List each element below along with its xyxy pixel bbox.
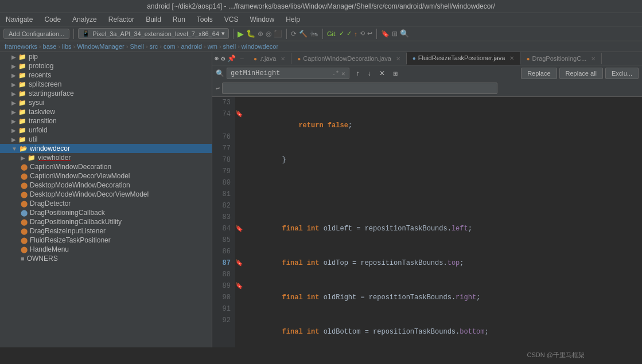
replace-all-button[interactable]: Replace all — [559, 68, 603, 79]
sidebar-item-unfold[interactable]: ▶ 📁 unfold — [0, 126, 212, 135]
breadcrumb-shell[interactable]: Shell — [130, 43, 143, 50]
stop-icon[interactable]: ⬛ — [274, 30, 282, 38]
menu-code[interactable]: Code — [42, 14, 63, 25]
sidebar-item-viewholder[interactable]: ▶ 📁 viewholder — [0, 153, 212, 162]
sidebar-item-captionwindowdecoration[interactable]: ⬤ CaptionWindowDecoration — [0, 162, 212, 171]
breadcrumb-android[interactable]: android — [181, 43, 202, 50]
menu-analyze[interactable]: Analyze — [70, 14, 99, 25]
file-icon: ⬤ — [21, 209, 28, 217]
tab-fluidresizetaskpositioner[interactable]: ● FluidResizeTaskPositioner.java ✕ — [407, 52, 521, 65]
sidebar-item-windowdecor[interactable]: ▼ 📂 windowdecor — [0, 144, 212, 153]
sidebar-item-label: DragDetector — [30, 199, 71, 208]
tab-settings-icon[interactable]: ⚙ — [221, 54, 225, 63]
sidebar-item-pip[interactable]: ▶ 📁 pip — [0, 52, 212, 61]
regex-icon[interactable]: .* — [332, 71, 339, 77]
next-match-button[interactable]: ↓ — [365, 68, 373, 79]
sidebar-item-desktopmodewindowdecoration[interactable]: ⬤ DesktopModeWindowDecoration — [0, 181, 212, 190]
sidebar-item-protolog[interactable]: ▶ 📁 protolog — [0, 61, 212, 71]
exclude-button[interactable]: Exclu... — [605, 68, 639, 79]
code-content[interactable]: return false; } final int oldLeft = repo… — [247, 97, 642, 347]
layout-icon[interactable]: ⊞ — [392, 30, 398, 38]
find-input[interactable] — [231, 69, 330, 77]
breadcrumb-windowmanager[interactable]: WindowManager — [77, 43, 124, 50]
attach-icon[interactable]: ⊕ — [258, 30, 263, 38]
code-line-74: } — [249, 154, 642, 166]
sidebar-item-recents[interactable]: ▶ 📁 recents — [0, 71, 212, 80]
sidebar-item-handlemenu[interactable]: ⬤ HandleMenu — [0, 245, 212, 254]
sidebar-item-transition[interactable]: ▶ 📁 transition — [0, 116, 212, 126]
breadcrumb-com[interactable]: com — [164, 43, 176, 50]
search-area: 🔍 .* ✕ ↑ ↓ ✕ ⊞ Replace Replace all Exclu… — [212, 65, 642, 97]
git-revert-icon[interactable]: ↩ — [367, 30, 372, 37]
folder-icon: 📁 — [18, 53, 26, 61]
menu-tools[interactable]: Tools — [194, 14, 215, 25]
add-tab-icon[interactable]: ⊕ — [215, 54, 219, 63]
sidebar-item-captionwindowdecorviewmodel[interactable]: ⬤ CaptionWindowDecorViewModel — [0, 171, 212, 181]
breadcrumb-libs[interactable]: libs — [62, 43, 72, 50]
breadcrumb-src[interactable]: src — [150, 43, 158, 50]
git-history-icon[interactable]: ⟲ — [360, 30, 365, 37]
bookmark-icon[interactable]: 🔖 — [381, 30, 390, 38]
git-tick-green2: ✓ — [347, 30, 352, 37]
sidebar-item-splitscreen[interactable]: ▶ 📁 splitscreen — [0, 80, 212, 89]
menu-navigate[interactable]: Navigate — [3, 14, 35, 25]
prev-match-button[interactable]: ↑ — [354, 68, 362, 79]
menu-help[interactable]: Help — [283, 14, 302, 25]
replace-button[interactable]: Replace — [521, 68, 557, 79]
sidebar-item-label: OWNERS — [27, 255, 58, 263]
menu-run[interactable]: Run — [170, 14, 188, 25]
menu-window[interactable]: Window — [248, 14, 277, 25]
sidebar-item-dragpositioningcallback[interactable]: ⬤ DragPositioningCallback — [0, 208, 212, 217]
profile-icon[interactable]: ◎ — [266, 30, 271, 38]
sidebar-item-label: DesktopModeWindowDecorViewModel — [30, 190, 149, 198]
sidebar-item-fluidresizetaskpositioner[interactable]: ⬤ FluidResizeTaskPositioner — [0, 236, 212, 245]
sidebar-item-startingsurface[interactable]: ▶ 📁 startingsurface — [0, 89, 212, 98]
search-icon[interactable]: 🔍 — [400, 29, 409, 38]
breadcrumb-wm[interactable]: wm — [208, 43, 217, 50]
folder-icon: 📁 — [28, 154, 36, 162]
code-area[interactable]: 73 74 76 77 78 79 80 81 82 83 84 85 86 8… — [212, 97, 642, 347]
sync-icon[interactable]: ⟳ — [291, 30, 297, 38]
menu-vcs[interactable]: VCS — [222, 14, 241, 25]
folder-icon: 📁 — [18, 99, 26, 107]
tab-label: .r.java — [259, 55, 276, 62]
build-icon[interactable]: 🔨 — [299, 30, 308, 38]
tab-close-icon[interactable]: ✕ — [396, 56, 400, 62]
sidebar-item-label: recents — [29, 71, 51, 79]
search-nav-icons: ↑ ↓ ✕ ⊞ — [352, 68, 402, 79]
run-icon[interactable]: ▶ — [238, 29, 244, 38]
menu-build[interactable]: Build — [143, 14, 164, 25]
code-line-76: final int oldLeft = repositionTaskBounds… — [249, 223, 642, 234]
breadcrumb-base[interactable]: base — [43, 43, 57, 50]
menu-refactor[interactable]: Refactor — [106, 14, 137, 25]
expand-icon: ▶ — [11, 54, 16, 60]
tab-captionwindowdecoration[interactable]: ● CaptionWindowDecoration.java ✕ — [291, 53, 407, 64]
breadcrumb-frameworks[interactable]: frameworks — [5, 43, 37, 50]
sidebar-item-dragpositioningcallbackutility[interactable]: ⬤ DragPositioningCallbackUtility — [0, 217, 212, 226]
replace-input[interactable] — [226, 84, 493, 92]
expand-search-button[interactable]: ⊞ — [391, 69, 400, 78]
sidebar-item-dragresizeinputlistener[interactable]: ⬤ DragResizeInputListener — [0, 226, 212, 236]
tab-r-java[interactable]: ● .r.java ✕ — [248, 53, 291, 64]
sidebar-item-desktopmodewindowdecorviewmodel[interactable]: ⬤ DesktopModeWindowDecorViewModel — [0, 190, 212, 199]
add-configuration-button[interactable]: Add Configuration... — [3, 29, 69, 39]
file-icon: ■ — [21, 255, 25, 262]
ant-icon[interactable]: 🐜 — [310, 30, 318, 38]
tab-close-icon[interactable]: ✕ — [281, 56, 285, 62]
sidebar-item-dragdetector[interactable]: ⬤ DragDetector — [0, 199, 212, 208]
clear-search-icon[interactable]: ✕ — [341, 70, 345, 77]
tab-close-icon[interactable]: ✕ — [591, 56, 596, 62]
tab-close-icon[interactable]: ✕ — [509, 55, 514, 61]
breadcrumb-shell2[interactable]: shell — [223, 43, 236, 50]
tab-dragpositioningc[interactable]: ● DragPositioningC... ✕ — [520, 53, 602, 64]
close-in-editor-button[interactable]: ✕ — [377, 68, 387, 79]
tab-pin-icon[interactable]: 📌 — [227, 54, 236, 63]
file-icon: ⬤ — [21, 246, 28, 253]
debug-icon[interactable]: 🐛 — [246, 29, 255, 38]
breadcrumb-windowdecor[interactable]: windowdecor — [242, 43, 278, 50]
sidebar-item-sysui[interactable]: ▶ 📁 sysui — [0, 98, 212, 107]
device-selector[interactable]: 📱 Pixel_3a_API_34_extension_level_7_x86_… — [78, 28, 229, 39]
sidebar-item-taskview[interactable]: ▶ 📁 taskview — [0, 107, 212, 116]
sidebar-item-util[interactable]: ▶ 📁 util — [0, 135, 212, 144]
sidebar-item-owners[interactable]: ■ OWNERS — [0, 254, 212, 263]
